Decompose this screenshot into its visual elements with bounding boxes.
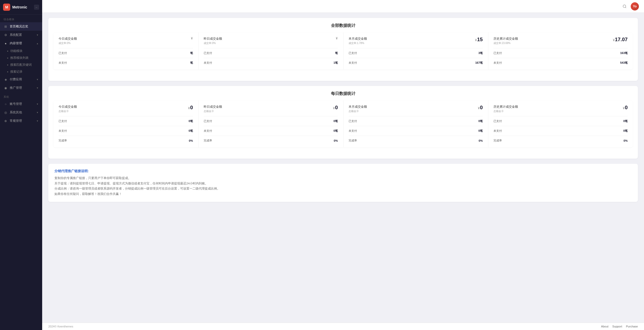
daily-stat-today-title-wrap: 今日成交金额 总额金:0 [59,105,77,113]
sidebar-sub-func-module-label: 功能模块 [10,49,22,53]
daily-stat-today-sub: 总额金:0 [59,109,77,113]
app-name: Metronic [12,5,27,9]
sidebar-sub-func-module[interactable]: 功能模块 [0,48,42,54]
chevron-down-icon: ▼ [36,111,39,114]
all-stat-month-header: 本月成交金额 成交率:1.78% ¥ 15 [349,37,483,45]
all-stat-yesterday-title: 昨日成交金额 [204,37,222,41]
all-stat-yesterday-unpaid-label: 未支付 [204,61,212,65]
sidebar-item-account[interactable]: ○ 账号管理 ▼ [0,100,42,108]
daily-stat-today-title: 今日成交金额 [59,105,77,109]
sidebar-item-content-mgmt[interactable]: ● 内容管理 ▲ [0,39,42,48]
footer-copyright: 2024© Keenthemes [48,325,73,328]
topbar: Yo [42,0,644,13]
all-stat-yesterday-title-wrap: 昨日成交金额 成交率:0% [204,37,222,45]
sidebar-item-normal-mgmt[interactable]: ⊕ 常规管理 ▼ [0,117,42,125]
sidebar-item-promo[interactable]: ◉ 推广管理 ▼ [0,84,42,92]
notice-line-2: 关于提现：请到提现管理七日、申请提现、提现方式为微信或者支付宝，任何时间内申请提… [54,181,632,186]
daily-stat-yesterday-rate-row: 完成率 0% [204,138,338,143]
daily-stat-month-title: 本月成交金额 [349,105,367,109]
daily-stat-month-unpaid-row: 未支付 0笔 [349,128,483,134]
daily-stat-yesterday-unpaid-label: 未支付 [204,129,212,133]
dot-icon [7,71,8,72]
avatar[interactable]: Yo [631,2,639,10]
all-stat-today-paid-label: 已支付 [59,51,67,55]
all-stat-yesterday-unpaid-value: 1笔 [334,61,338,65]
sidebar-item-content-mgmt-label: 内容管理 [10,41,22,46]
all-stat-month-sub: 成交率:1.78% [349,41,367,45]
chevron-up-icon: ▲ [36,42,39,45]
sidebar-sub-search-log[interactable]: 搜索记录 [0,68,42,75]
dot-icon [7,64,8,65]
sidebar-section-1-label: 综合模块 [0,15,42,22]
svg-line-1 [625,7,626,8]
daily-stat-today-unpaid-row: 未支付 0笔 [59,128,193,134]
sidebar-sub-search-log-label: 搜索记录 [10,70,22,74]
daily-stat-today-unpaid-label: 未支付 [59,129,67,133]
sidebar-item-home[interactable]: ⊞ 首页概况总览 [0,22,42,31]
all-stat-history-unpaid-label: 未支付 [493,61,502,65]
daily-stat-today-num: 0 [190,105,193,111]
daily-stat-history-num: 0 [625,105,628,111]
search-button[interactable] [621,3,628,10]
all-stat-history-yen: ¥ [613,38,615,42]
daily-stats-title: 每日数据统计 [53,91,633,96]
daily-stat-month-rate-value: 0% [479,139,483,142]
daily-stat-history-sub: 总额金:0 [493,109,518,113]
all-stat-month-yen: ¥ [475,38,477,42]
footer-link-purchase[interactable]: Purchase [626,325,638,328]
daily-stat-history-yen: ¥ [623,106,625,110]
payment-icon: ◈ [4,78,8,82]
sidebar-item-system-config[interactable]: ⚙ 系统配置 ▼ [0,31,42,39]
chevron-down-icon: ▼ [36,120,39,122]
daily-stat-history-header: 历史累计成交金额 总额金:0 ¥ 0 [493,105,628,113]
sidebar-sub-search-keyword[interactable]: 搜索匹配关键词 [0,61,42,68]
daily-stat-yesterday-paid-label: 已支付 [204,119,212,123]
all-stat-yesterday-unpaid-row: 未支付 1笔 [204,60,338,65]
all-stat-yesterday-paid-value: 笔 [335,51,338,55]
daily-stat-yesterday-yen: ¥ [333,106,335,110]
all-stat-month-title: 本月成交金额 [349,37,367,41]
all-stat-month-unpaid-row: 未支付 167笔 [349,60,483,65]
notice-line-4: 如果你有任何疑问，获取解答！祝我们合作共赢！ [54,191,632,197]
all-stat-month-paid-row: 已支付 3笔 [349,50,483,56]
daily-stat-yesterday-header: 昨日成交金额 总额金:0 ¥ 0 [204,105,338,113]
daily-stat-yesterday-value: ¥ 0 [333,105,338,111]
all-stat-history-num: 17.07 [615,37,628,42]
all-stat-month-paid-label: 已支付 [349,51,357,55]
sidebar-item-account-label: 账号管理 [10,102,22,106]
daily-stat-history-unpaid-row: 未支付 0笔 [493,128,628,134]
all-stat-history-header: 历史累计成交金额 成交率:23.69% ¥ 17.07 [493,37,628,45]
sidebar-header: M Metronic ← [0,0,42,15]
daily-stat-yesterday-sub: 总额金:0 [204,109,222,113]
all-stat-today-title: 今日成交金额 [59,37,77,41]
normal-mgmt-icon: ⊕ [4,119,8,123]
sys-other-icon: ◎ [4,111,8,115]
daily-stat-today-paid-row: 已支付 0笔 [59,118,193,124]
daily-stat-month-rate-row: 完成率 0% [349,138,483,143]
all-stats-title: 全部数据统计 [53,23,633,28]
daily-stat-yesterday-unpaid-value: 0笔 [334,129,338,133]
dot-icon [7,58,8,59]
sidebar-sub-recommend[interactable]: 推荐模块列表 [0,54,42,61]
all-stat-today-header: 今日成交金额 成交率:0% ¥ [59,37,193,45]
all-stats-section: 全部数据统计 今日成交金额 成交率:0% ¥ [48,18,638,81]
all-stat-today-sub: 成交率:0% [59,41,77,45]
sidebar: M Metronic ← 综合模块 ⊞ 首页概况总览 ⚙ 系统配置 ▼ ● 内容… [0,0,42,330]
footer-link-about[interactable]: About [601,325,608,328]
all-stat-month-unpaid-value: 167笔 [475,61,483,65]
footer-link-support[interactable]: Support [612,325,622,328]
logo-letter: M [5,5,8,9]
footer: 2024© Keenthemes About Support Purchase [42,323,644,330]
daily-stat-card-today: 今日成交金额 总额金:0 ¥ 0 已支付 0笔 [53,101,198,147]
daily-stat-today-rate-label: 完成率 [59,139,67,142]
daily-stat-history-paid-row: 已支付 0笔 [493,118,628,124]
daily-stat-history-title: 历史累计成交金额 [493,105,518,109]
sidebar-collapse-button[interactable]: ← [34,5,39,10]
all-stat-history-paid-row: 已支付 163笔 [493,50,628,56]
sidebar-item-sys-other[interactable]: ◎ 系统其他 ▼ [0,108,42,117]
all-stat-history-unpaid-row: 未支付 543笔 [493,60,628,65]
all-stat-today-unpaid-label: 未支付 [59,61,67,65]
daily-stat-yesterday-unpaid-row: 未支付 0笔 [204,128,338,134]
all-stat-yesterday-header: 昨日成交金额 成交率:0% ¥ [204,37,338,45]
sidebar-item-payment[interactable]: ◈ 付费应用 ▼ [0,75,42,84]
